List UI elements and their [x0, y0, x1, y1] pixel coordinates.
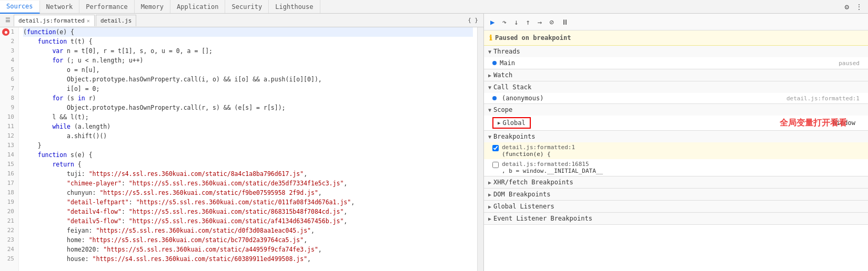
xhr-header[interactable]: ▶ XHR/fetch Breakpoints [484, 176, 868, 188]
deactivate-btn[interactable]: ⊘ [547, 17, 556, 27]
file-tab-formatted[interactable]: detail.js:formatted ✕ [14, 15, 95, 26]
line-number-6: 6 [2, 75, 14, 84]
thread-dot-icon [492, 61, 497, 65]
tab-network[interactable]: Network [40, 0, 80, 13]
sidebar-toggle-btn[interactable]: ☰ [2, 16, 14, 25]
step-out-btn[interactable]: ↑ [523, 17, 532, 27]
global-expand-btn[interactable]: ▶ Global [492, 117, 531, 129]
thread-main-label: Main [500, 59, 515, 67]
step-over-btn[interactable]: ↷ [500, 17, 508, 27]
file-tab-detail[interactable]: detail.js [96, 15, 137, 26]
code-line-9: Object.prototype.hasOwnProperty.call(r, … [23, 103, 473, 112]
tab-memory[interactable]: Memory [135, 0, 170, 13]
more-icon[interactable]: ⋮ [854, 2, 864, 12]
line-number-1: ●1 [2, 27, 14, 37]
line-number-19: 19 [2, 197, 14, 207]
line-number-10: 10 [2, 112, 14, 122]
notice-icon: ℹ [489, 34, 492, 42]
code-line-17: "chimee-player": "https://s5.ssl.res.360… [23, 179, 473, 188]
global-listeners-label: Global Listeners [493, 203, 554, 210]
line-number-7: 7 [2, 84, 14, 93]
line-number-20: 20 [2, 207, 14, 216]
tab-application[interactable]: Application [170, 0, 225, 13]
settings-icon[interactable]: ⚙ [844, 2, 850, 12]
code-line-11: while (a.length) [23, 122, 473, 131]
watch-arrow-icon: ▶ [488, 72, 491, 78]
code-line-19: "detail-leftpart": "https://s5.ssl.res.3… [23, 197, 473, 207]
main-layout: ☰ detail.js:formatted ✕ detail.js { } ●1… [0, 14, 868, 271]
right-scrollable[interactable]: ▼ Threads Main paused ▶ Watch [484, 46, 868, 271]
step-btn[interactable]: → [536, 17, 544, 27]
thread-main-status: paused [839, 60, 860, 67]
file-tab-close-icon[interactable]: ✕ [87, 18, 90, 24]
line-number-22: 22 [2, 226, 14, 235]
line-number-15: 15 [2, 160, 14, 169]
resume-btn[interactable]: ▶ [488, 17, 497, 27]
breakpoint-2-file: detail.js:formatted:16815 [502, 161, 603, 168]
breakpoints-content: detail.js:formatted:1 (function(e) { det… [484, 142, 868, 176]
code-line-1: (function(e) { [23, 27, 473, 37]
tab-performance[interactable]: Performance [79, 0, 134, 13]
tab-security[interactable]: Security [225, 0, 269, 13]
breakpoint-row-1: detail.js:formatted:1 (function(e) { [484, 142, 868, 159]
event-arrow-icon: ▶ [488, 216, 491, 222]
section-breakpoints: ▼ Breakpoints detail.js:formatted:1 (fun… [484, 131, 868, 176]
global-arrow-icon: ▶ [498, 120, 500, 126]
watch-header[interactable]: ▶ Watch [484, 69, 868, 81]
breakpoints-header[interactable]: ▼ Breakpoints [484, 131, 868, 142]
code-line-8: for (s in r) [23, 93, 473, 103]
code-line-21: "detailv5-flow": "https://s5.ssl.res.360… [23, 216, 473, 226]
format-btn[interactable]: { } [465, 16, 481, 25]
breakpoint-row-2: detail.js:formatted:16815 , b = window._… [484, 159, 868, 176]
code-area: ●123456789101112131415161718192021222324… [0, 27, 483, 271]
dom-label: DOM Breakpoints [493, 191, 550, 198]
code-line-13: } [23, 141, 473, 150]
code-content[interactable]: (function(e) { function t(t) { var n = t… [19, 27, 477, 271]
line-number-16: 16 [2, 169, 14, 179]
call-stack-label: Call Stack [493, 84, 531, 91]
xhr-arrow-icon: ▶ [488, 180, 491, 185]
code-line-23: home: "https://s5.ssl.res.360kuai.com/st… [23, 235, 473, 245]
line-number-5: 5 [2, 65, 14, 75]
section-scope: ▼ Scope ▶ Global 全局变量打开看看 Window [484, 104, 868, 131]
global-listeners-header[interactable]: ▶ Global Listeners [484, 201, 868, 212]
code-line-20: "detailv4-flow": "https://s5.ssl.res.360… [23, 207, 473, 216]
event-label: Event Listener Breakpoints [493, 215, 592, 222]
cs-dot-icon [492, 96, 497, 100]
line-number-17: 17 [2, 179, 14, 188]
breakpoint-1-code: (function(e) { [502, 151, 575, 158]
code-line-24: home2020: "https://s5.ssl.res.360kuai.co… [23, 245, 473, 254]
code-line-15: return { [23, 160, 473, 169]
breakpoint-2-code: , b = window.__INITIAL_DATA__ [502, 168, 603, 174]
tab-lighthouse[interactable]: Lighthouse [269, 0, 320, 13]
threads-label: Threads [493, 48, 520, 55]
step-into-btn[interactable]: ↓ [512, 17, 520, 27]
line-number-14: 14 [2, 150, 14, 160]
scope-arrow-icon: ▼ [488, 107, 491, 113]
event-header[interactable]: ▶ Event Listener Breakpoints [484, 213, 868, 224]
dom-header[interactable]: ▶ DOM Breakpoints [484, 189, 868, 200]
threads-header[interactable]: ▼ Threads [484, 46, 868, 57]
threads-arrow-icon: ▼ [488, 49, 491, 55]
tab-sources[interactable]: Sources [0, 1, 40, 14]
section-watch: ▶ Watch [484, 69, 868, 81]
pause-on-exceptions-btn[interactable]: ⏸ [559, 17, 571, 27]
thread-main-row: Main paused [484, 57, 868, 69]
section-dom-breakpoints: ▶ DOM Breakpoints [484, 189, 868, 201]
line-numbers: ●123456789101112131415161718192021222324… [0, 27, 19, 271]
section-call-stack: ▼ Call Stack (anonymous) detail.js:forma… [484, 81, 868, 104]
breakpoint-1-file: detail.js:formatted:1 [502, 144, 575, 151]
breakpoint-1-checkbox[interactable] [492, 145, 499, 151]
cs-location: detail.js:formatted:1 [786, 95, 860, 102]
left-panel: ☰ detail.js:formatted ✕ detail.js { } ●1… [0, 14, 484, 271]
code-line-6: Object.prototype.hasOwnProperty.call(i, … [23, 75, 473, 84]
call-stack-anonymous-row: (anonymous) detail.js:formatted:1 [484, 93, 868, 103]
line-number-24: 24 [2, 245, 14, 254]
scope-header[interactable]: ▼ Scope [484, 104, 868, 116]
vertical-scrollbar[interactable] [477, 27, 483, 271]
breakpoint-notice: ℹ Paused on breakpoint [484, 30, 868, 46]
code-line-14: function s(e) { [23, 150, 473, 160]
breakpoint-2-checkbox[interactable] [492, 162, 499, 168]
call-stack-content: (anonymous) detail.js:formatted:1 [484, 93, 868, 103]
call-stack-header[interactable]: ▼ Call Stack [484, 81, 868, 93]
